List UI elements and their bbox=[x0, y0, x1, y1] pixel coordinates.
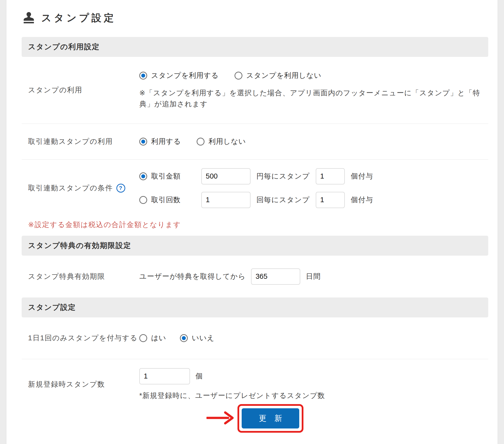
radio-label: 利用する bbox=[151, 137, 181, 147]
count-per-stamp-input[interactable] bbox=[201, 192, 251, 208]
radio-condition-count[interactable]: 取引回数 bbox=[139, 195, 201, 205]
amount-unit-text: 円毎にスタンプ bbox=[256, 171, 310, 181]
radio-selected-icon bbox=[139, 138, 147, 146]
amount-per-stamp-input[interactable] bbox=[201, 168, 251, 184]
button-area: 更 新 bbox=[22, 404, 488, 433]
row-expiry-label: スタンプ特典有効期限 bbox=[28, 272, 139, 281]
row-transaction-use-label: 取引連動スタンプの利用 bbox=[28, 137, 139, 147]
radio-transaction-use-off[interactable]: 利用しない bbox=[197, 137, 246, 147]
expiry-days-input[interactable] bbox=[251, 269, 300, 285]
count-unit-text: 回毎にスタンプ bbox=[256, 195, 310, 205]
initial-stamps-unit: 個 bbox=[195, 371, 203, 381]
radio-selected-icon bbox=[180, 334, 188, 342]
radio-condition-amount[interactable]: 取引金額 bbox=[139, 171, 201, 181]
radio-label: はい bbox=[151, 333, 166, 343]
row-initial-stamps: 新規登録時スタンプ数 個 *新規登録時に、ユーザーにプレゼントするスタンプ数 bbox=[22, 359, 488, 402]
radio-stamp-use-on[interactable]: スタンプを利用する bbox=[139, 71, 219, 80]
radio-selected-icon bbox=[139, 172, 147, 180]
transaction-use-radio-group: 利用する 利用しない bbox=[139, 137, 488, 147]
initial-stamps-input[interactable] bbox=[139, 368, 190, 385]
row-expiry: スタンプ特典有効期限 ユーザーが特典を取得してから 日間 bbox=[22, 256, 488, 297]
radio-label: いいえ bbox=[192, 333, 214, 343]
section-header-stamp: スタンプ設定 bbox=[22, 297, 488, 317]
radio-unselected-icon bbox=[139, 196, 147, 204]
once-per-day-radio-group: はい いいえ bbox=[139, 333, 488, 343]
row-stamp-use-label: スタンプの利用 bbox=[28, 85, 139, 95]
row-transaction-use: 取引連動スタンプの利用 利用する 利用しない bbox=[22, 124, 488, 160]
expiry-suffix-text: 日間 bbox=[306, 272, 321, 281]
page-title-row: スタンプ設定 bbox=[22, 6, 488, 28]
amount-stamp-count-input[interactable] bbox=[316, 168, 345, 184]
section-header-usage: スタンプの利用設定 bbox=[22, 37, 488, 57]
radio-unselected-icon bbox=[197, 138, 204, 146]
stamp-icon bbox=[22, 11, 36, 25]
radio-unselected-icon bbox=[139, 334, 147, 342]
row-condition: 取引連動スタンプの条件 ? 取引金額 円毎にスタンプ 個付与 bbox=[22, 160, 488, 216]
svg-text:?: ? bbox=[119, 185, 123, 191]
stamp-use-note: ※「スタンプを利用する」を選択した場合、アプリ画面内のフッターメニューに「スタン… bbox=[139, 87, 488, 110]
condition-amount-line: 取引金額 円毎にスタンプ 個付与 bbox=[139, 168, 488, 184]
radio-transaction-use-on[interactable]: 利用する bbox=[139, 137, 181, 147]
count-stamp-count-input[interactable] bbox=[316, 192, 345, 208]
radio-once-no[interactable]: いいえ bbox=[180, 333, 214, 343]
settings-card: スタンプ設定 スタンプの利用設定 スタンプの利用 スタンプを利用する スタンプを… bbox=[6, 0, 498, 444]
section-header-expiry: スタンプ特典の有効期限設定 bbox=[22, 236, 488, 256]
row-condition-label: 取引連動スタンプの条件 ? bbox=[28, 183, 139, 193]
annotation-highlight-box: 更 新 bbox=[237, 404, 304, 433]
condition-count-line: 取引回数 回毎にスタンプ 個付与 bbox=[139, 192, 488, 208]
radio-label: 利用しない bbox=[208, 137, 246, 147]
amount-suffix-text: 個付与 bbox=[351, 171, 373, 181]
radio-once-yes[interactable]: はい bbox=[139, 333, 166, 343]
page-title: スタンプ設定 bbox=[41, 11, 116, 25]
help-icon[interactable]: ? bbox=[116, 183, 126, 193]
annotation-arrow-icon bbox=[206, 410, 235, 427]
radio-selected-icon bbox=[139, 72, 147, 79]
radio-label: 取引金額 bbox=[151, 171, 181, 181]
expiry-prefix-text: ユーザーが特典を取得してから bbox=[139, 272, 246, 281]
row-condition-label-text: 取引連動スタンプの条件 bbox=[28, 183, 113, 193]
tax-warning-note: ※設定する金額は税込の合計金額となります bbox=[28, 220, 488, 230]
row-stamp-use: スタンプの利用 スタンプを利用する スタンプを利用しない ※「スタンプを利用する… bbox=[22, 57, 488, 124]
update-button[interactable]: 更 新 bbox=[242, 408, 299, 428]
radio-label: スタンプを利用する bbox=[151, 71, 219, 80]
stamp-use-radio-group: スタンプを利用する スタンプを利用しない bbox=[139, 71, 488, 80]
radio-unselected-icon bbox=[234, 72, 242, 79]
radio-label: スタンプを利用しない bbox=[246, 71, 321, 80]
row-initial-stamps-label: 新規登録時スタンプ数 bbox=[28, 380, 139, 389]
count-suffix-text: 個付与 bbox=[351, 195, 373, 205]
radio-label: 取引回数 bbox=[151, 195, 181, 205]
radio-stamp-use-off[interactable]: スタンプを利用しない bbox=[234, 71, 321, 80]
row-once-per-day: 1日1回のみスタンプを付与する はい いいえ bbox=[22, 317, 488, 359]
initial-stamps-note: *新規登録時に、ユーザーにプレゼントするスタンプ数 bbox=[139, 391, 488, 401]
row-once-per-day-label: 1日1回のみスタンプを付与する bbox=[28, 333, 139, 343]
